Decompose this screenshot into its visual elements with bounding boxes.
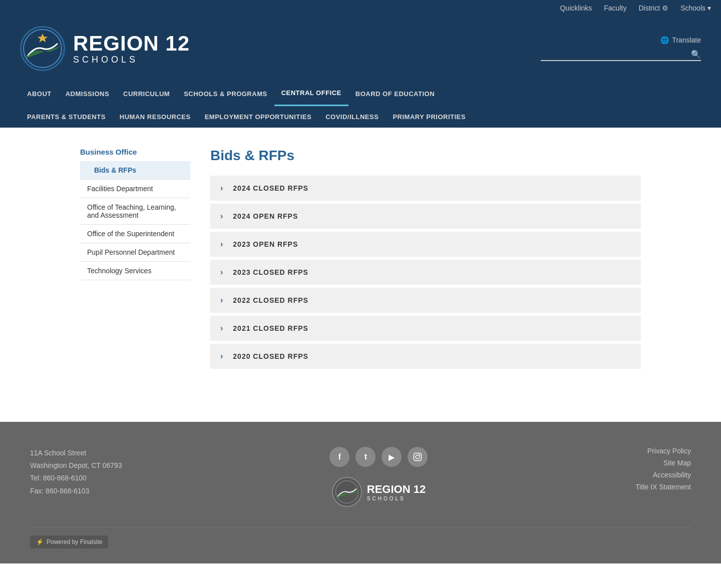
footer-region12: REGION 12: [367, 483, 426, 496]
search-input[interactable]: [541, 48, 691, 60]
sidebar-item-pupil-personnel[interactable]: Pupil Personnel Department: [80, 243, 190, 262]
accordion-label-2020-closed: 2020 CLOSED RFPS: [233, 352, 308, 360]
privacy-policy-link[interactable]: Privacy Policy: [647, 447, 691, 455]
nav-employment[interactable]: EMPLOYMENT OPPORTUNITIES: [198, 106, 319, 128]
accordion-label-2022-closed: 2022 CLOSED RFPS: [233, 296, 308, 304]
accordion-2024-closed[interactable]: › 2024 CLOSED RFPS: [210, 176, 641, 201]
powered-by-label: Powered by Finalsite: [47, 538, 102, 545]
schools-label: Schools: [680, 4, 705, 12]
district-label: District: [638, 4, 660, 12]
nav-board[interactable]: BOARD OF EDUCATION: [348, 82, 442, 106]
nav-priorities[interactable]: PRIMARY PRIORITIES: [386, 106, 473, 128]
footer-address: 11A School Street Washington Depot, CT 0…: [30, 447, 122, 507]
header: REGION 12 SCHOOLS 🌐 Translate 🔍: [0, 16, 721, 81]
chevron-right-icon: ›: [220, 240, 223, 249]
main-content: Bids & RFPs › 2024 CLOSED RFPS › 2024 OP…: [210, 148, 641, 372]
content-wrapper: Business Office Bids & RFPs Facilities D…: [60, 128, 661, 392]
sub-nav: PARENTS & STUDENTS HUMAN RESOURCES EMPLO…: [0, 106, 721, 128]
accordion-2024-open[interactable]: › 2024 OPEN RFPS: [210, 204, 641, 229]
nav-curriculum[interactable]: CURRICULUM: [116, 82, 177, 106]
footer-content: 11A School Street Washington Depot, CT 0…: [30, 447, 691, 507]
social-icons: f t ▶: [329, 447, 428, 467]
nav-human-resources[interactable]: HUMAN RESOURCES: [113, 106, 198, 128]
schools-chevron-icon: ▾: [707, 4, 711, 12]
nav-schools-programs[interactable]: SCHOOLS & PROGRAMS: [177, 82, 274, 106]
main-nav: ABOUT ADMISSIONS CURRICULUM SCHOOLS & PR…: [0, 81, 721, 106]
district-icon: ⚙: [662, 4, 668, 12]
district-link[interactable]: District ⚙: [638, 4, 668, 12]
logo-region12: REGION 12: [73, 32, 190, 55]
facebook-icon[interactable]: f: [329, 447, 349, 467]
nav-admissions[interactable]: ADMISSIONS: [59, 82, 116, 106]
search-button[interactable]: 🔍: [691, 50, 701, 59]
footer-logo-text: REGION 12 SCHOOLS: [367, 483, 426, 501]
accessibility-link[interactable]: Accessibility: [653, 471, 691, 479]
header-right: 🌐 Translate 🔍: [541, 36, 701, 61]
svg-point-3: [416, 455, 420, 459]
translate-button[interactable]: 🌐 Translate: [660, 36, 701, 44]
finalsite-icon: ⚡: [36, 538, 44, 545]
instagram-icon[interactable]: [408, 447, 428, 467]
sidebar-item-bids-rfps[interactable]: Bids & RFPs: [80, 161, 190, 180]
quicklinks-link[interactable]: Quicklinks: [560, 4, 592, 12]
accordion-label-2024-open: 2024 OPEN RFPS: [233, 212, 298, 220]
nav-about[interactable]: ABOUT: [20, 82, 59, 106]
translate-label: Translate: [672, 36, 701, 44]
nav-covid[interactable]: COVID/ILLNESS: [318, 106, 386, 128]
sidebar-item-technology[interactable]: Technology Services: [80, 262, 190, 280]
footer-links: Privacy Policy Site Map Accessibility Ti…: [635, 447, 691, 507]
search-bar: 🔍: [541, 48, 701, 61]
accordion-2023-closed[interactable]: › 2023 CLOSED RFPS: [210, 260, 641, 285]
sidebar-section-title[interactable]: Business Office: [80, 148, 190, 156]
accordion-label-2024-closed: 2024 CLOSED RFPS: [233, 184, 308, 192]
address-line2: Washington Depot, CT 06793: [30, 459, 122, 472]
logo-area: REGION 12 SCHOOLS: [20, 26, 190, 71]
accordion-2023-open[interactable]: › 2023 OPEN RFPS: [210, 232, 641, 257]
chevron-right-icon: ›: [220, 324, 223, 333]
footer-bottom: ⚡ Powered by Finalsite: [30, 527, 691, 548]
accordion-2021-closed[interactable]: › 2021 CLOSED RFPS: [210, 316, 641, 341]
footer-center: f t ▶: [329, 447, 428, 507]
chevron-right-icon: ›: [220, 296, 223, 305]
logo-schools: SCHOOLS: [73, 55, 190, 65]
title-ix-link[interactable]: Title IX Statement: [635, 483, 691, 491]
tel: Tel: 860-868-6100: [30, 472, 122, 484]
footer-logo: REGION 12 SCHOOLS: [332, 477, 426, 507]
chevron-right-icon: ›: [220, 212, 223, 221]
page-title: Bids & RFPs: [210, 148, 641, 164]
schools-link[interactable]: Schools ▾: [680, 4, 711, 12]
nav-parents-students[interactable]: PARENTS & STUDENTS: [20, 106, 113, 128]
nav-container: ABOUT ADMISSIONS CURRICULUM SCHOOLS & PR…: [0, 81, 721, 128]
sidebar: Business Office Bids & RFPs Facilities D…: [80, 148, 190, 372]
sidebar-item-teaching-learning[interactable]: Office of Teaching, Learning, and Assess…: [80, 198, 190, 225]
search-icon: 🔍: [691, 50, 701, 59]
sidebar-item-facilities[interactable]: Facilities Department: [80, 180, 190, 198]
footer-logo-circle: [332, 477, 362, 507]
translate-globe-icon: 🌐: [660, 36, 669, 44]
fax: Fax: 860-868-6103: [30, 485, 122, 497]
accordion-label-2021-closed: 2021 CLOSED RFPS: [233, 324, 308, 332]
accordion-2022-closed[interactable]: › 2022 CLOSED RFPS: [210, 288, 641, 313]
accordion-2020-closed[interactable]: › 2020 CLOSED RFPS: [210, 344, 641, 369]
youtube-icon[interactable]: ▶: [382, 447, 402, 467]
accordion-label-2023-open: 2023 OPEN RFPS: [233, 240, 298, 248]
chevron-right-icon: ›: [220, 352, 223, 361]
logo-text: REGION 12 SCHOOLS: [73, 32, 190, 65]
top-bar: Quicklinks Faculty District ⚙ Schools ▾: [0, 0, 721, 16]
chevron-right-icon: ›: [220, 184, 223, 193]
logo-circle: [20, 26, 65, 71]
address-line1: 11A School Street: [30, 447, 122, 459]
faculty-link[interactable]: Faculty: [604, 4, 626, 12]
chevron-right-icon: ›: [220, 268, 223, 277]
footer: 11A School Street Washington Depot, CT 0…: [0, 422, 721, 563]
sidebar-item-superintendent[interactable]: Office of the Superintendent: [80, 225, 190, 243]
site-map-link[interactable]: Site Map: [663, 459, 691, 467]
powered-by: ⚡ Powered by Finalsite: [30, 535, 108, 548]
nav-central-office[interactable]: CENTRAL OFFICE: [274, 81, 348, 106]
twitter-icon[interactable]: t: [355, 447, 376, 467]
footer-schools: SCHOOLS: [367, 496, 426, 501]
svg-point-4: [419, 454, 420, 455]
svg-rect-2: [414, 453, 422, 461]
accordion-label-2023-closed: 2023 CLOSED RFPS: [233, 268, 308, 276]
